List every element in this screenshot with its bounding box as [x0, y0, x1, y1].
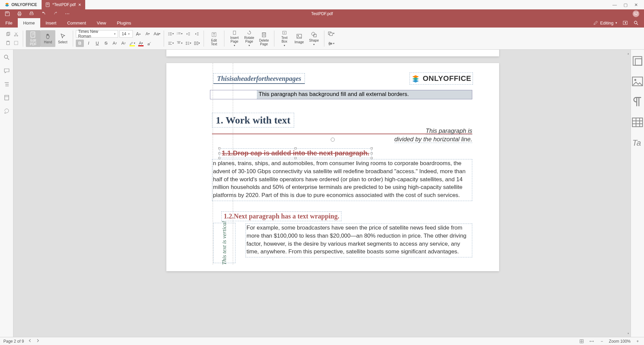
quick-print-icon[interactable]: [29, 11, 34, 16]
align-objects-button[interactable]: ▾: [327, 40, 335, 47]
underline-button[interactable]: U: [93, 40, 101, 47]
redo-icon[interactable]: [53, 11, 58, 16]
outdent-button[interactable]: [184, 30, 192, 38]
strikethrough-button[interactable]: S: [102, 40, 110, 47]
align-v-button[interactable]: ▾: [175, 40, 183, 47]
zoom-level[interactable]: Zoom 100%: [609, 339, 631, 344]
svg-point-25: [168, 35, 169, 35]
headings-icon[interactable]: [4, 81, 10, 87]
menu-plugins[interactable]: Plugins: [111, 18, 137, 28]
user-avatar[interactable]: SZ: [633, 10, 639, 17]
menu-view[interactable]: View: [92, 18, 112, 28]
insert-page-button[interactable]: Insert Page▾: [227, 30, 242, 47]
subheading-1-1[interactable]: 1.1.Drop cap is added into the next para…: [219, 148, 372, 158]
menu-file[interactable]: File: [0, 18, 18, 28]
page-prev-button[interactable]: [28, 339, 32, 344]
image-button[interactable]: Image: [292, 30, 307, 47]
heading-1[interactable]: 1. Work with text: [212, 113, 294, 128]
selection-handle[interactable]: [331, 138, 335, 142]
paste-button[interactable]: [4, 39, 12, 47]
insert-page-icon: [231, 30, 238, 35]
edit-text-button[interactable]: T Edit Text: [207, 30, 221, 47]
bold-button[interactable]: B: [76, 40, 84, 47]
subscript-button[interactable]: A2: [119, 40, 127, 47]
change-case-button[interactable]: Aa▾: [153, 30, 161, 38]
svg-rect-71: [5, 95, 9, 100]
scroll-down-icon[interactable]: ▾: [627, 332, 630, 335]
body-paragraph-2[interactable]: For example, some broadcasters have seen…: [246, 224, 472, 257]
thumbnails-icon[interactable]: [4, 95, 10, 101]
body-paragraph-1[interactable]: n planes, trains, ships, and automobiles…: [212, 159, 472, 201]
delete-page-button[interactable]: Delete Page: [257, 30, 271, 47]
editing-mode-button[interactable]: Editing ▾: [593, 20, 617, 26]
image-settings-icon[interactable]: [631, 75, 644, 88]
menu-comment[interactable]: Comment: [62, 18, 91, 28]
arrange-button[interactable]: ▾: [327, 30, 335, 37]
vertical-scrollbar[interactable]: ▴ ▾: [627, 52, 630, 335]
print-icon[interactable]: [17, 11, 22, 16]
textart-settings-icon[interactable]: Ta: [631, 136, 644, 149]
minimize-icon[interactable]: —: [612, 2, 617, 7]
table-settings-icon[interactable]: [631, 116, 644, 129]
fit-width-button[interactable]: [589, 338, 595, 344]
clear-format-button[interactable]: [146, 40, 154, 47]
scroll-up-icon[interactable]: ▴: [627, 52, 630, 55]
increase-font-button[interactable]: A▴: [134, 30, 142, 38]
bullets-button[interactable]: ▾: [167, 30, 175, 38]
zoom-out-button[interactable]: −: [599, 338, 605, 344]
feedback-icon[interactable]: [4, 108, 10, 114]
find-icon[interactable]: [4, 54, 10, 60]
cut-button[interactable]: [12, 31, 20, 38]
maximize-icon[interactable]: ▢: [624, 2, 628, 7]
zoom-in-button[interactable]: +: [635, 338, 641, 344]
font-color-button[interactable]: A▾: [137, 40, 145, 47]
page-logo[interactable]: ONLYOFFICE: [410, 72, 473, 85]
text-box-button[interactable]: T Text Box▾: [277, 30, 292, 47]
font-size-select[interactable]: 14▾: [119, 30, 133, 38]
subheading-1-2[interactable]: 1.2.Next paragraph has a text wrapping.: [221, 211, 341, 221]
fit-page-button[interactable]: [579, 338, 585, 344]
paragraph-settings-icon[interactable]: [631, 95, 644, 108]
fill-paragraph-text: This paragraph has background fill and a…: [257, 90, 472, 99]
fill-paragraph-box[interactable]: This paragraph has background fill and a…: [210, 90, 472, 99]
open-location-icon[interactable]: [623, 20, 628, 26]
close-window-icon[interactable]: ✕: [634, 2, 638, 7]
onlyoffice-logo-icon: [411, 74, 420, 83]
rotate-page-button[interactable]: Rotate Page▾: [242, 30, 257, 47]
svg-rect-15: [7, 41, 9, 42]
select-tool-button[interactable]: Select: [55, 30, 70, 47]
shape-button[interactable]: Shape▾: [307, 30, 321, 47]
tab-close-icon[interactable]: ×: [78, 2, 81, 7]
font-name-select[interactable]: Times New Roman▾: [76, 30, 118, 38]
select-all-button[interactable]: [12, 39, 20, 47]
superscript-button[interactable]: A2: [111, 40, 119, 47]
more-icon[interactable]: ···: [65, 11, 69, 17]
document-tab[interactable]: *TestPDF.pdf ×: [42, 0, 85, 9]
comments-icon[interactable]: [4, 68, 10, 74]
highlight-button[interactable]: ▾: [128, 40, 136, 47]
edit-pdf-button[interactable]: Edit PDF: [26, 30, 41, 47]
save-icon[interactable]: [5, 11, 10, 16]
menu-home[interactable]: Home: [18, 18, 40, 28]
hand-tool-button[interactable]: Hand: [41, 30, 55, 47]
align-h-button[interactable]: ▾: [167, 40, 175, 47]
italic-right-paragraph[interactable]: This paragraph is divided by the horizon…: [394, 127, 472, 144]
search-icon[interactable]: [633, 20, 639, 26]
columns-button[interactable]: ▾: [193, 40, 201, 47]
undo-icon[interactable]: [41, 11, 46, 16]
indent-button[interactable]: [193, 30, 201, 38]
page-next-button[interactable]: [36, 339, 40, 344]
italic-button[interactable]: I: [85, 40, 93, 47]
copy-button[interactable]: [4, 31, 12, 38]
shape-settings-icon[interactable]: [631, 54, 644, 67]
numbering-button[interactable]: 12▾: [175, 30, 183, 38]
page-indicator[interactable]: Page 2 of 9: [3, 339, 24, 344]
vertical-text-box[interactable]: This text is vertical: [213, 223, 235, 263]
rotate-page-icon: [246, 30, 253, 35]
line-spacing-button[interactable]: ▾: [184, 40, 192, 47]
decrease-font-button[interactable]: A▾: [144, 30, 152, 38]
page-header[interactable]: Thisisaheaderfortheevenpages: [213, 73, 305, 84]
svg-rect-7: [30, 13, 33, 15]
menu-insert[interactable]: Insert: [40, 18, 62, 28]
canvas[interactable]: Thisisaheaderfortheevenpages ONLYOFFICE …: [13, 50, 631, 337]
